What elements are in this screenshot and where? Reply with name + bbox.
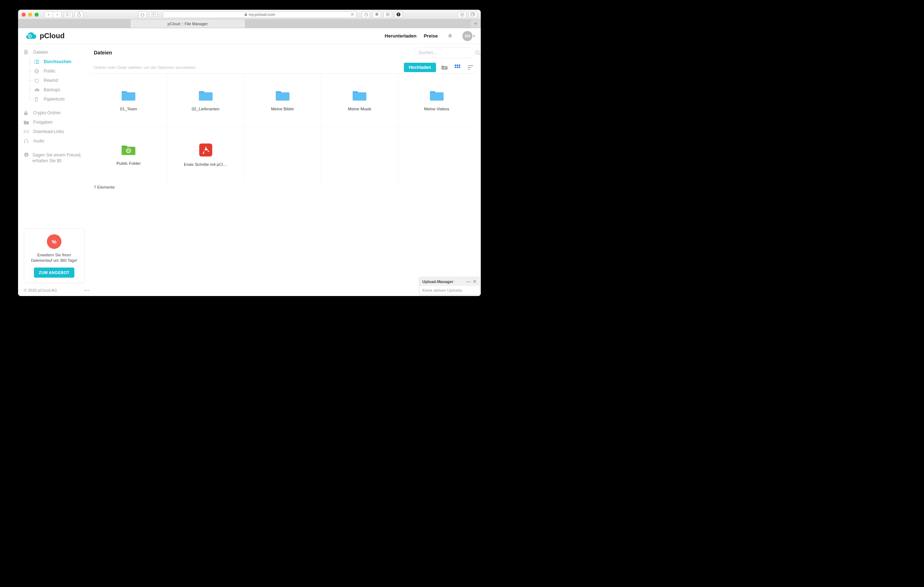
new-folder-icon[interactable]: [440, 63, 449, 72]
search-icon: [475, 50, 481, 56]
dollar-icon: $: [24, 152, 29, 157]
grid-view-icon[interactable]: [453, 63, 462, 72]
sidebar-item-rewind[interactable]: Rewind: [29, 76, 90, 85]
brand-text: pCloud: [40, 32, 64, 40]
svg-rect-4: [155, 13, 155, 13]
brand-logo[interactable]: pCloud: [18, 32, 90, 40]
new-tab-button[interactable]: +: [471, 20, 481, 28]
tab-strip: pCloud :: File Manager +: [18, 20, 481, 28]
reload-icon[interactable]: ⟳: [351, 12, 354, 17]
svg-rect-9: [153, 16, 154, 16]
tile-label: 02_Lieferanten: [191, 107, 219, 111]
sidebar-label: Papierkorb: [44, 97, 64, 102]
tile-label: Meine Bilder: [271, 107, 294, 111]
nav-download[interactable]: Herunterladen: [385, 33, 416, 39]
home-icon[interactable]: [138, 11, 147, 18]
folder-icon: [276, 90, 289, 101]
apps-grid-icon[interactable]: [149, 11, 158, 18]
sidebar-label: Public: [44, 69, 56, 74]
share-icon[interactable]: [75, 11, 83, 18]
url-host: my.pcloud.com: [249, 12, 275, 16]
tile-label: 01_Team: [120, 107, 137, 111]
settings-gear-icon[interactable]: ✻: [373, 11, 381, 18]
sidebar-item-browse[interactable]: Durchsuchen: [29, 57, 90, 66]
more-icon[interactable]: •••: [84, 288, 90, 293]
sidebar-item-backups[interactable]: Backups: [29, 85, 90, 94]
close-icon[interactable]: ✕: [473, 279, 477, 284]
sidebar-referral[interactable]: $ Sagen Sie einem Freund, erhalten Sie $…: [24, 152, 90, 164]
svg-point-39: [476, 51, 479, 54]
minimize-icon[interactable]: [28, 13, 32, 16]
svg-rect-18: [398, 13, 399, 15]
sidebar-item-links[interactable]: Download-Links: [24, 127, 90, 136]
file-tile-pdf[interactable]: Erste Schritte mit pClo...: [167, 128, 244, 182]
upload-manager: Upload-Manager — ✕ Keine aktiven Uploads…: [419, 277, 480, 295]
folder-tile-public[interactable]: Public Folder: [90, 128, 167, 182]
url-bar[interactable]: my.pcloud.com ⟳: [163, 11, 356, 18]
sidebar-label: Backups: [44, 87, 60, 92]
forward-button[interactable]: ›: [53, 11, 62, 18]
sidebar-item-files[interactable]: Dateien: [24, 48, 90, 57]
svg-rect-34: [24, 112, 27, 115]
sidebar-item-crypto[interactable]: Crypto-Ordner: [24, 108, 90, 118]
folder-icon: [199, 90, 213, 101]
window-controls[interactable]: [21, 13, 39, 16]
svg-rect-48: [459, 67, 460, 68]
sort-icon[interactable]: [465, 63, 475, 72]
trash-icon: [34, 97, 40, 102]
promo-cta-button[interactable]: ZUM ANGEBOT: [34, 268, 75, 278]
tile-label: Meine Videos: [424, 107, 449, 111]
close-icon[interactable]: [21, 13, 26, 16]
bell-icon[interactable]: [447, 33, 453, 39]
reader-icon[interactable]: [383, 11, 392, 18]
sidebar-item-public[interactable]: Public: [29, 66, 90, 76]
user-menu[interactable]: VH ▾: [462, 31, 475, 41]
promo-badge-icon: %: [47, 234, 61, 249]
nav-pricing[interactable]: Preise: [424, 33, 438, 39]
safari-toolbar: ‹ › my.pcloud.com ⟳ ✻: [18, 10, 481, 20]
back-button[interactable]: ‹: [45, 11, 53, 18]
tab-active[interactable]: pCloud :: File Manager: [130, 20, 246, 28]
referral-text: Sagen Sie einem Freund, erhalten Sie $5: [33, 152, 87, 164]
sidebar-item-shares[interactable]: Freigaben: [24, 118, 90, 127]
nav-back-forward[interactable]: ‹ ›: [45, 11, 62, 18]
app-header: pCloud Herunterladen Preise VH ▾: [18, 28, 481, 44]
svg-rect-2: [152, 13, 152, 13]
sidebar-toggle-icon[interactable]: [64, 11, 73, 18]
downloads-icon[interactable]: [458, 11, 466, 18]
folder-tile[interactable]: Meine Videos: [398, 74, 475, 128]
toolbar-hint: Ordner oder Datei wählen, um die Optione…: [94, 65, 196, 70]
lock-icon: [244, 13, 247, 16]
public-folder-icon: [122, 145, 135, 155]
alert-icon[interactable]: [394, 11, 403, 18]
privacy-icon[interactable]: [362, 11, 370, 18]
tabs-icon[interactable]: [469, 11, 477, 18]
rewind-icon: [34, 78, 40, 83]
folder-tile[interactable]: Meine Musik: [321, 74, 398, 128]
toolbar: Ordner oder Datei wählen, um die Optione…: [90, 61, 475, 74]
avatar: VH: [462, 31, 472, 41]
file-grid: 01_Team 02_Lieferanten Meine Bilder: [90, 74, 475, 128]
minimize-icon[interactable]: —: [466, 279, 471, 284]
svg-rect-19: [398, 15, 399, 16]
sidebar-label: Download-Links: [33, 129, 64, 134]
tab-title: pCloud :: File Manager: [167, 21, 208, 26]
app-area: pCloud Herunterladen Preise VH ▾: [18, 28, 481, 296]
svg-rect-6: [153, 14, 154, 15]
search-input[interactable]: [414, 47, 475, 58]
upload-button[interactable]: Hochladen: [404, 63, 436, 72]
main-content: Dateien Ordner oder Datei wählen, um die…: [90, 44, 481, 296]
sidebar-item-audio[interactable]: Audio: [24, 136, 90, 146]
folder-tile[interactable]: 01_Team: [90, 74, 167, 128]
folder-icon: [430, 90, 444, 101]
svg-rect-0: [66, 13, 70, 16]
upload-manager-header[interactable]: Upload-Manager — ✕: [419, 277, 479, 286]
maximize-icon[interactable]: [35, 13, 39, 16]
pdf-icon: [199, 143, 212, 156]
folder-tile[interactable]: Meine Bilder: [244, 74, 321, 128]
sidebar-item-trash[interactable]: Papierkorb: [29, 94, 90, 104]
file-grid-row2: Public Folder Erste Schritte mit pClo...: [90, 128, 475, 182]
folder-tile[interactable]: 02_Lieferanten: [167, 74, 244, 128]
shared-folder-icon: [24, 120, 30, 124]
tile-label: Meine Musik: [348, 107, 371, 111]
